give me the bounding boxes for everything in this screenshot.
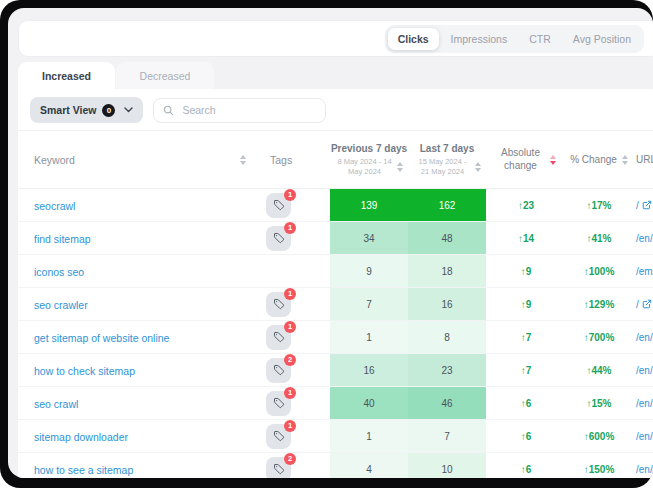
tag-button[interactable]: 1 (266, 193, 291, 218)
tag-count-badge: 1 (284, 189, 296, 201)
tab-decreased[interactable]: Decreased (116, 62, 214, 89)
metric-tab-clicks[interactable]: Clicks (388, 28, 439, 50)
smart-view-count-badge: 0 (102, 104, 115, 117)
tab-increased[interactable]: Increased (18, 62, 115, 89)
url-link[interactable]: /en/ (636, 464, 653, 475)
smart-view-label: Smart View (40, 104, 96, 116)
tag-icon (273, 430, 285, 442)
search-box[interactable] (153, 98, 326, 123)
metric-tab-impressions[interactable]: Impressions (441, 28, 518, 50)
prev-clicks-cell: 9 (330, 255, 408, 287)
previous-date-range: 8 May 2024 - 14 May 2024 (336, 157, 394, 177)
absolute-change-value: ↑14 (486, 233, 566, 244)
percent-change-value: ↑100% (566, 266, 632, 277)
last-clicks-cell: 46 (408, 387, 486, 419)
keyword-link[interactable]: get sitemap of website online (18, 332, 169, 344)
url-link[interactable]: /en/ (636, 431, 653, 442)
percent-change-value: ↑600% (566, 431, 632, 442)
tag-count-badge: 2 (284, 354, 296, 366)
last-clicks-cell: 8 (408, 321, 486, 353)
external-link-icon[interactable] (642, 299, 652, 309)
tag-icon (273, 331, 285, 343)
percent-change-value: ↑44% (566, 365, 632, 376)
tag-button[interactable]: 1 (266, 325, 291, 350)
percent-change-value: ↑41% (566, 233, 632, 244)
metric-tab-avg-position[interactable]: Avg Position (563, 28, 641, 50)
prev-clicks-cell: 1 (330, 321, 408, 353)
tag-button[interactable]: 1 (266, 424, 291, 449)
sort-icon-previous[interactable] (397, 162, 403, 172)
column-header-url: URL (636, 154, 653, 165)
absolute-change-value: ↑6 (486, 431, 566, 442)
url-link[interactable]: / (636, 200, 639, 211)
sort-icon-keyword[interactable] (240, 155, 246, 165)
last-clicks-cell: 48 (408, 222, 486, 254)
url-link[interactable]: / (636, 299, 639, 310)
percent-change-value: ↑700% (566, 332, 632, 343)
keyword-link[interactable]: seo crawler (18, 299, 88, 311)
tag-button[interactable]: 1 (266, 292, 291, 317)
tag-button[interactable]: 1 (266, 226, 291, 251)
keyword-link[interactable]: sitemap downloader (18, 431, 128, 443)
metric-tabs: ClicksImpressionsCTRAvg Position (385, 25, 644, 53)
url-link[interactable]: /en/ (636, 398, 653, 409)
last-clicks-cell: 10 (408, 453, 486, 478)
last-clicks-cell: 23 (408, 354, 486, 386)
url-link[interactable]: /em/ (636, 266, 653, 277)
smart-view-button[interactable]: Smart View 0 (30, 97, 143, 123)
keyword-link[interactable]: how to check sitemap (18, 365, 135, 377)
percent-change-value: ↑129% (566, 299, 632, 310)
last-clicks-cell: 16 (408, 288, 486, 320)
search-icon (163, 105, 174, 116)
column-header-last: Last 7 days (420, 143, 474, 154)
top-toolbar: ClicksImpressionsCTRAvg Position (18, 20, 653, 57)
metric-tab-ctr[interactable]: CTR (519, 28, 561, 50)
keyword-link[interactable]: iconos seo (18, 266, 84, 278)
prev-clicks-cell: 139 (330, 189, 408, 221)
table-row: find sitemap 1 34 48 ↑14 ↑41% /en/ (18, 222, 653, 255)
table-body: seocrawl 1 139 162 ↑23 ↑17% / find sitem… (18, 189, 653, 478)
table-row: seo crawl 1 40 46 ↑6 ↑15% /en/ (18, 387, 653, 420)
tag-icon (273, 364, 285, 376)
url-link[interactable]: /en/ (636, 233, 653, 244)
controls-row: Smart View 0 (18, 89, 653, 123)
prev-clicks-cell: 1 (330, 420, 408, 452)
sort-icon-last[interactable] (475, 162, 481, 172)
percent-change-value: ↑15% (566, 398, 632, 409)
tag-icon (273, 232, 285, 244)
search-input[interactable] (180, 103, 325, 117)
tag-button[interactable]: 2 (266, 358, 291, 383)
table-row: seocrawl 1 139 162 ↑23 ↑17% / (18, 189, 653, 222)
content-card: Smart View 0 Keyword (18, 89, 653, 478)
last-clicks-cell: 7 (408, 420, 486, 452)
tag-count-badge: 1 (284, 222, 296, 234)
table-row: iconos seo 9 18 ↑9 ↑100% /em/ (18, 255, 653, 288)
absolute-change-value: ↑7 (486, 332, 566, 343)
column-header-percent-change: % Change (570, 154, 617, 165)
external-link-icon[interactable] (642, 200, 652, 210)
prev-clicks-cell: 34 (330, 222, 408, 254)
column-header-absolute-change: Absolute change (497, 147, 545, 172)
sort-icon-absolute-change[interactable] (550, 155, 556, 165)
url-link[interactable]: /en/ (636, 332, 653, 343)
trend-tabs: Increased Decreased (18, 62, 214, 89)
absolute-change-value: ↑23 (486, 200, 566, 211)
url-link[interactable]: /en/ (636, 365, 653, 376)
tag-button[interactable]: 2 (266, 457, 291, 479)
keyword-link[interactable]: find sitemap (18, 233, 91, 245)
tag-icon (273, 298, 285, 310)
tag-count-badge: 1 (284, 387, 296, 399)
tag-count-badge: 1 (284, 420, 296, 432)
absolute-change-value: ↑9 (486, 299, 566, 310)
app-window: ClicksImpressionsCTRAvg Position Increas… (0, 0, 653, 488)
keyword-link[interactable]: seocrawl (18, 200, 75, 212)
keyword-link[interactable]: seo crawl (18, 398, 78, 410)
tag-count-badge: 1 (284, 288, 296, 300)
tag-count-badge: 2 (284, 453, 296, 465)
keyword-link[interactable]: how to see a sitemap (18, 464, 133, 476)
table-row: how to check sitemap 2 16 23 ↑7 ↑44% /en… (18, 354, 653, 387)
sort-icon-percent-change[interactable] (622, 155, 628, 165)
prev-clicks-cell: 40 (330, 387, 408, 419)
table-row: get sitemap of website online 1 1 8 ↑7 ↑… (18, 321, 653, 354)
tag-button[interactable]: 1 (266, 391, 291, 416)
